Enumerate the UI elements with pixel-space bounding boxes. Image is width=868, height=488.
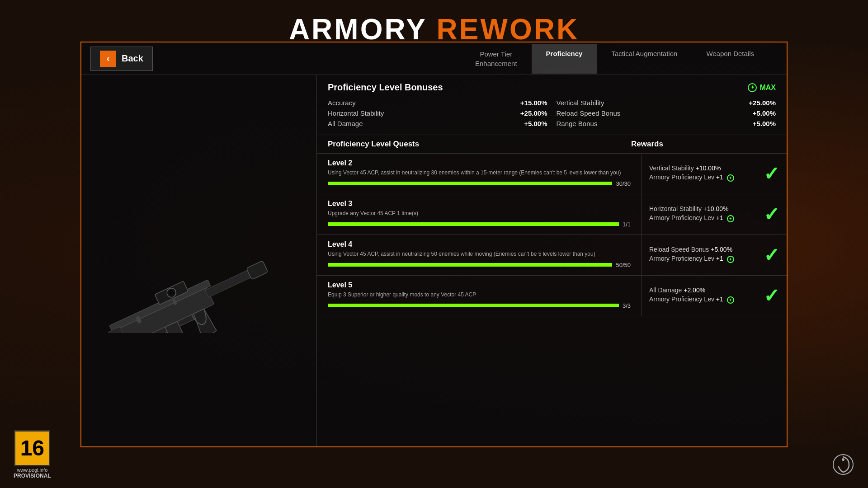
- bonuses-section: Proficiency Level Bonuses ✦ MAX Accuracy…: [317, 75, 787, 135]
- reward-line-4-2: Armory Proficiency Lev +1 ✦: [649, 255, 758, 263]
- reward-line-5-2: Armory Proficiency Lev +1 ✦: [649, 296, 758, 304]
- content-area: Proficiency Level Bonuses ✦ MAX Accuracy…: [81, 75, 787, 446]
- reward-line-2-2: Armory Proficiency Lev +1 ✦: [649, 174, 758, 182]
- bonus-horizontal-stability: Horizontal Stability +25.00%: [328, 109, 547, 117]
- quest-level-label-5: Level 5: [328, 281, 631, 289]
- svg-point-14: [833, 455, 853, 474]
- quest-right-5: All Damage +2.00% Armory Proficiency Lev…: [642, 276, 787, 316]
- bonuses-header: Proficiency Level Bonuses ✦ MAX: [328, 82, 776, 93]
- checkmark-5: ✓: [764, 286, 779, 305]
- reward-line-3-2: Armory Proficiency Lev +1 ✦: [649, 214, 758, 222]
- svg-point-15: [842, 458, 844, 461]
- quest-level-label-4: Level 4: [328, 240, 631, 249]
- tab-tactical-augmentation[interactable]: Tactical Augmentation: [597, 44, 692, 74]
- quest-level-2: Level 2 Using Vector 45 ACP, assist in n…: [317, 154, 787, 194]
- quest-left-4: Level 4 Using Vector 45 ACP, assist in n…: [317, 235, 642, 275]
- tab-power-tier[interactable]: Power TierEnhancement: [461, 44, 532, 74]
- ubisoft-logo-svg: [832, 453, 854, 476]
- quest-desc-2: Using Vector 45 ACP, assist in neutraliz…: [328, 169, 631, 177]
- reward-icon-2: ✦: [727, 174, 734, 182]
- progress-bar-bg-4: [328, 263, 612, 267]
- quest-right-3: Horizontal Stability +10.00% Armory Prof…: [642, 194, 787, 235]
- quest-desc-4: Using Vector 45 ACP, assist in neutraliz…: [328, 250, 631, 258]
- bonus-all-damage: All Damage +5.00%: [328, 120, 547, 127]
- quest-rewards-5: All Damage +2.00% Armory Proficiency Lev…: [649, 286, 758, 305]
- progress-4: 50/50: [328, 262, 631, 268]
- progress-bar-fill-2: [328, 182, 612, 185]
- checkmark-4: ✓: [764, 246, 779, 265]
- pegi-badge: 16 www.pegi.info PROVISIONAL: [14, 430, 51, 479]
- bonus-vertical-stability: Vertical Stability +25.00%: [557, 99, 776, 107]
- max-icon: ✦: [748, 83, 757, 92]
- checkmark-2: ✓: [764, 164, 779, 183]
- quest-desc-3: Upgrade any Vector 45 ACP 1 time(s): [328, 210, 631, 217]
- tab-proficiency[interactable]: Proficiency: [532, 44, 597, 74]
- quest-rewards-4: Reload Speed Bonus +5.00% Armory Profici…: [649, 246, 758, 265]
- nav-bar: ‹ Back Power TierEnhancement Proficiency…: [81, 42, 787, 75]
- max-badge: ✦ MAX: [748, 83, 776, 92]
- progress-bar-bg-2: [328, 182, 612, 185]
- page-title: ARMORY REWORK: [0, 0, 868, 46]
- quest-level-label-2: Level 2: [328, 159, 631, 167]
- right-panel: Proficiency Level Bonuses ✦ MAX Accuracy…: [316, 75, 787, 446]
- progress-bar-fill-3: [328, 222, 619, 226]
- progress-bar-bg-5: [328, 304, 619, 307]
- weapon-image: [90, 188, 307, 333]
- bonus-range: Range Bonus +5.00%: [557, 120, 776, 127]
- reward-icon-5: ✦: [727, 296, 734, 304]
- bonus-reload-speed: Reload Speed Bonus +5.00%: [557, 109, 776, 117]
- pegi-box: 16: [14, 430, 50, 466]
- weapon-panel: [81, 75, 316, 446]
- reward-icon-4: ✦: [727, 256, 734, 263]
- progress-2: 30/30: [328, 180, 631, 187]
- progress-3: 1/1: [328, 221, 631, 228]
- quest-rewards-2: Vertical Stability +10.00% Armory Profic…: [649, 164, 758, 183]
- progress-text-4: 50/50: [616, 262, 631, 268]
- reward-icon-3: ✦: [727, 215, 734, 222]
- quest-level-label-3: Level 3: [328, 200, 631, 208]
- quest-desc-5: Equip 3 Superior or higher quality mods …: [328, 291, 631, 299]
- bonuses-title: Proficiency Level Bonuses: [328, 82, 443, 93]
- progress-5: 3/3: [328, 302, 631, 309]
- quests-header-title: Proficiency Level Quests: [328, 140, 631, 149]
- quests-header: Proficiency Level Quests Rewards: [317, 135, 787, 154]
- back-label: Back: [122, 53, 143, 64]
- reward-line-3-1: Horizontal Stability +10.00%: [649, 205, 758, 212]
- quest-right-2: Vertical Stability +10.00% Armory Profic…: [642, 154, 787, 194]
- reward-line-2-1: Vertical Stability +10.00%: [649, 164, 758, 172]
- back-arrow-icon: ‹: [100, 51, 116, 67]
- pegi-url: www.pegi.info: [17, 467, 47, 473]
- pegi-note: PROVISIONAL: [14, 473, 51, 479]
- progress-text-3: 1/1: [623, 221, 631, 228]
- ubisoft-logo: [832, 453, 854, 479]
- progress-text-2: 30/30: [616, 180, 631, 187]
- reward-line-4-1: Reload Speed Bonus +5.00%: [649, 246, 758, 253]
- reward-line-5-1: All Damage +2.00%: [649, 286, 758, 294]
- checkmark-3: ✓: [764, 205, 779, 224]
- pegi-rating: 16: [20, 437, 44, 459]
- quest-left-2: Level 2 Using Vector 45 ACP, assist in n…: [317, 154, 642, 194]
- rewards-header-title: Rewards: [631, 140, 776, 149]
- progress-bar-fill-5: [328, 304, 619, 307]
- quest-right-4: Reload Speed Bonus +5.00% Armory Profici…: [642, 235, 787, 275]
- quest-level-5: Level 5 Equip 3 Superior or higher quali…: [317, 276, 787, 316]
- progress-bar-bg-3: [328, 222, 619, 226]
- quest-left-3: Level 3 Upgrade any Vector 45 ACP 1 time…: [317, 194, 642, 235]
- bonuses-grid: Accuracy +15.00% Vertical Stability +25.…: [328, 99, 776, 127]
- nav-tabs: Power TierEnhancement Proficiency Tactic…: [461, 44, 769, 74]
- quest-level-3: Level 3 Upgrade any Vector 45 ACP 1 time…: [317, 194, 787, 235]
- max-label: MAX: [760, 84, 776, 92]
- back-button[interactable]: ‹ Back: [90, 47, 153, 71]
- main-panel: ‹ Back Power TierEnhancement Proficiency…: [80, 42, 788, 447]
- svg-rect-5: [205, 269, 254, 297]
- tab-weapon-details[interactable]: Weapon Details: [692, 44, 769, 74]
- quest-left-5: Level 5 Equip 3 Superior or higher quali…: [317, 276, 642, 316]
- progress-bar-fill-4: [328, 263, 612, 267]
- quest-level-4: Level 4 Using Vector 45 ACP, assist in n…: [317, 235, 787, 276]
- quest-rewards-3: Horizontal Stability +10.00% Armory Prof…: [649, 205, 758, 224]
- bonus-accuracy: Accuracy +15.00%: [328, 99, 547, 107]
- progress-text-5: 3/3: [623, 302, 631, 309]
